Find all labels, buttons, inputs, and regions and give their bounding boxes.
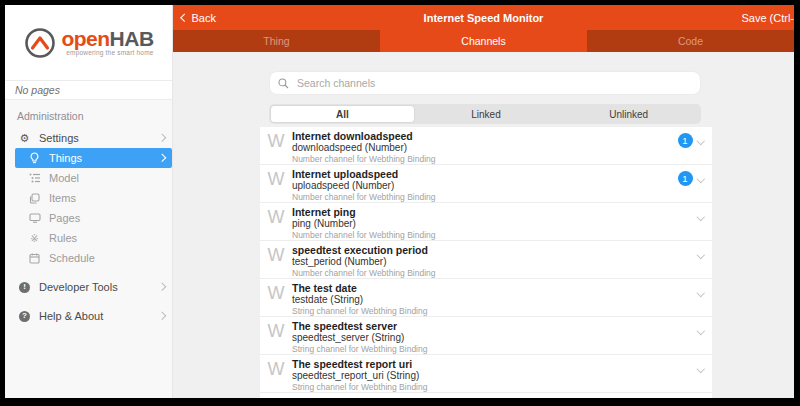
linked-items-badge: 1: [678, 133, 693, 148]
channel-description: Number channel for Webthing Binding: [292, 154, 678, 164]
webthing-channel-icon: W: [260, 317, 292, 354]
lightbulb-icon: [27, 152, 42, 164]
filter-linked[interactable]: Linked: [415, 105, 558, 123]
page-title: Internet Speed Monitor: [173, 12, 794, 24]
channel-id: speedtest_report_uri (String): [292, 370, 698, 382]
sidebar-item-model[interactable]: Model: [5, 168, 172, 188]
main-panel: Internet Speed Monitor Back Save (Ctrl- …: [173, 5, 794, 398]
chevron-down-icon[interactable]: [696, 213, 704, 221]
webthing-channel-icon: W: [260, 241, 292, 278]
items-copy-icon: [27, 193, 42, 204]
rules-sparkle-icon: ※: [27, 233, 42, 244]
chevron-down-icon[interactable]: [696, 327, 704, 335]
openhab-app-window: openHAB empowering the smart home No pag…: [5, 5, 794, 398]
channel-id: test_period (Number): [292, 256, 698, 268]
channel-row-uploadspeed[interactable]: W Internet uploadspeed uploadspeed (Numb…: [260, 165, 712, 203]
channel-title: speedtest execution period: [292, 244, 698, 256]
pages-monitor-icon: [27, 213, 42, 223]
channel-description: Number channel for Webthing Binding: [292, 230, 698, 240]
sidebar-item-rules[interactable]: ※ Rules: [5, 228, 172, 248]
webthing-channel-icon: W: [260, 355, 292, 392]
logo-area: openHAB empowering the smart home: [5, 5, 172, 80]
channel-row-test-period[interactable]: W speedtest execution period test_period…: [260, 241, 712, 279]
save-button[interactable]: Save (Ctrl-: [741, 12, 794, 24]
channel-description: String channel for Webthing Binding: [292, 344, 698, 354]
chevron-down-icon[interactable]: [696, 365, 704, 373]
filter-unlinked[interactable]: Unlinked: [557, 105, 700, 123]
sidebar-item-settings[interactable]: ⚙ Settings: [5, 128, 172, 148]
tab-channels[interactable]: Channels: [380, 30, 587, 52]
search-bar: [269, 71, 701, 95]
sidebar-item-developer-tools[interactable]: ! Developer Tools: [5, 277, 172, 297]
channel-title: The speedtest server: [292, 320, 698, 332]
channel-id: uploadspeed (Number): [292, 180, 678, 192]
sidebar-item-help-about[interactable]: ? Help & About: [5, 306, 172, 326]
gear-icon: ⚙: [17, 132, 32, 145]
channel-description: String channel for Webthing Binding: [292, 306, 698, 316]
chevron-right-icon: [157, 283, 165, 291]
channel-title: Internet uploadspeed: [292, 168, 678, 180]
model-tree-icon: [27, 173, 42, 183]
channel-id: downloadspeed (Number): [292, 142, 678, 154]
filter-all[interactable]: All: [270, 105, 415, 123]
chevron-right-icon: [157, 312, 165, 320]
channel-id: speedtest_server (String): [292, 332, 698, 344]
webthing-channel-icon: W: [260, 279, 292, 316]
developer-tools-icon: !: [17, 282, 32, 293]
channel-row-speedtest-report-uri[interactable]: W The speedtest report uri speedtest_rep…: [260, 355, 712, 393]
brand-name: openHAB: [61, 27, 153, 50]
channel-title: Internet downloadspeed: [292, 130, 678, 142]
channel-row-speedtest-server[interactable]: W The speedtest server speedtest_server …: [260, 317, 712, 355]
webthing-channel-icon: W: [260, 203, 292, 240]
back-button[interactable]: Back: [182, 12, 216, 24]
channel-title: Internet ping: [292, 206, 698, 218]
chevron-down-icon[interactable]: [696, 289, 704, 297]
channel-list: W Internet downloadspeed downloadspeed (…: [260, 127, 712, 398]
webthing-channel-icon: W: [260, 165, 292, 202]
search-input[interactable]: [295, 76, 692, 90]
channel-title: The test date: [292, 282, 698, 294]
channel-row-downloadspeed[interactable]: W Internet downloadspeed downloadspeed (…: [260, 127, 712, 165]
search-icon: [278, 78, 289, 89]
no-pages-label: No pages: [5, 80, 172, 100]
channel-row-testdate[interactable]: W The test date testdate (String) String…: [260, 279, 712, 317]
openhab-logo: openHAB empowering the smart home: [23, 26, 153, 60]
sidebar: openHAB empowering the smart home No pag…: [5, 5, 173, 398]
channel-description: String channel for Webthing Binding: [292, 382, 698, 392]
channel-title: The speedtest report uri: [292, 358, 698, 370]
tab-code[interactable]: Code: [587, 30, 794, 52]
sidebar-item-schedule[interactable]: Schedule: [5, 248, 172, 268]
help-icon: ?: [17, 311, 32, 322]
chevron-down-icon[interactable]: [696, 251, 704, 259]
sidebar-item-items[interactable]: Items: [5, 188, 172, 208]
tab-thing[interactable]: Thing: [173, 30, 380, 52]
chevron-down-icon[interactable]: [696, 137, 704, 145]
chevron-right-icon: [157, 134, 165, 142]
filter-segmented-control: All Linked Unlinked: [269, 104, 701, 124]
channel-row-ping[interactable]: W Internet ping ping (Number) Number cha…: [260, 203, 712, 241]
webthing-channel-icon: W: [260, 127, 292, 164]
screenshot-frame: openHAB empowering the smart home No pag…: [0, 0, 800, 406]
linked-items-badge: 1: [678, 171, 693, 186]
top-navbar: Internet Speed Monitor Back Save (Ctrl-: [173, 5, 794, 30]
channel-description: Number channel for Webthing Binding: [292, 192, 678, 202]
thing-tab-bar: Thing Channels Code: [173, 30, 794, 52]
logo-text: openHAB empowering the smart home: [61, 28, 153, 57]
sidebar-menu: Administration ⚙ Settings Things: [5, 100, 172, 398]
sidebar-item-pages[interactable]: Pages: [5, 208, 172, 228]
back-chevron-icon: [181, 14, 189, 22]
sidebar-item-things[interactable]: Things: [15, 148, 172, 168]
chevron-down-icon[interactable]: [696, 175, 704, 183]
channel-description: Number channel for Webthing Binding: [292, 268, 698, 278]
chevron-right-icon: [157, 154, 165, 162]
logo-tagline: empowering the smart home: [61, 50, 153, 57]
schedule-calendar-icon: [27, 253, 42, 264]
channels-content: All Linked Unlinked W Internet downloads…: [173, 52, 794, 398]
channel-id: ping (Number): [292, 218, 698, 230]
channel-id: testdate (String): [292, 294, 698, 306]
administration-section-label: Administration: [5, 105, 172, 128]
openhab-logo-icon: [23, 26, 57, 60]
